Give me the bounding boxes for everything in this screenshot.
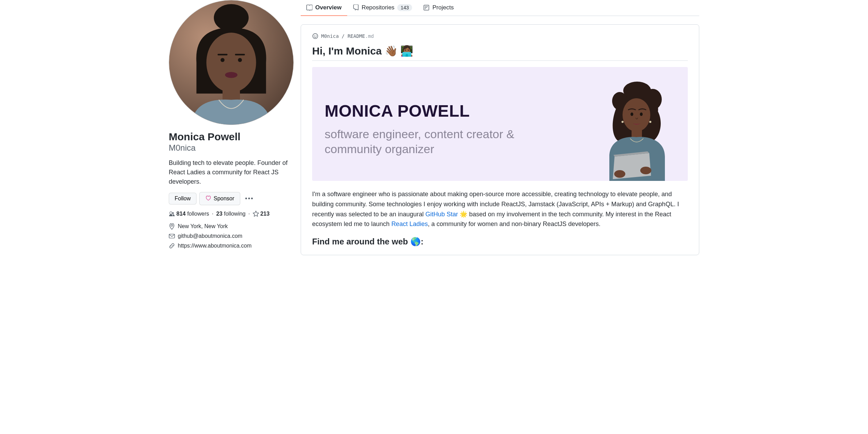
svg-point-23: [621, 121, 624, 123]
location: New York, New York: [169, 223, 290, 229]
tab-repositories[interactable]: Repositories 143: [347, 0, 418, 16]
svg-point-19: [623, 82, 651, 100]
sponsor-button-label: Sponsor: [214, 195, 234, 202]
location-icon: [169, 223, 175, 229]
main-content: Overview Repositories 143 Projects M0nic…: [295, 0, 705, 255]
follow-button-label: Follow: [175, 195, 191, 202]
sponsor-button[interactable]: Sponsor: [199, 192, 240, 205]
svg-point-22: [640, 112, 643, 116]
profile-sidebar: Monica Powell M0nica Building tech to el…: [163, 0, 295, 255]
repo-icon: [353, 5, 359, 11]
svg-point-20: [623, 98, 650, 132]
banner-tagline: software engineer, content creator & com…: [325, 127, 575, 156]
email[interactable]: github@aboutmonica.com: [169, 233, 290, 239]
svg-rect-25: [632, 129, 642, 137]
svg-point-16: [316, 35, 316, 36]
stars-link[interactable]: 213: [260, 211, 270, 217]
readme-heading: Hi, I'm Monica 👋🏾 👩🏾‍💻: [312, 45, 688, 61]
tab-projects-label: Projects: [432, 4, 453, 11]
more-actions-button[interactable]: •••: [243, 193, 256, 205]
location-text: New York, New York: [178, 223, 228, 229]
github-star-link[interactable]: GitHub Star: [425, 211, 458, 218]
svg-point-1: [214, 4, 249, 32]
tab-repositories-label: Repositories: [362, 4, 395, 11]
book-icon: [306, 5, 312, 11]
svg-point-5: [238, 58, 242, 62]
readme-path[interactable]: M0nica / README.md: [312, 33, 688, 39]
profile-readme: M0nica / README.md Hi, I'm Monica 👋🏾 👩🏾‍…: [301, 24, 699, 255]
profile-bio: Building tech to elevate people. Founder…: [169, 158, 290, 186]
follow-button[interactable]: Follow: [169, 193, 197, 205]
profile-tabs: Overview Repositories 143 Projects: [301, 0, 699, 16]
tab-overview[interactable]: Overview: [301, 0, 347, 16]
smiley-icon: [312, 33, 318, 39]
svg-rect-6: [218, 54, 228, 56]
website-text: https://www.aboutmonica.com: [178, 243, 252, 249]
react-ladies-link[interactable]: React Ladies: [391, 220, 428, 227]
mail-icon: [169, 233, 175, 239]
link-icon: [169, 243, 175, 249]
people-icon: [169, 211, 175, 217]
followers-link[interactable]: 814 followers: [176, 211, 209, 217]
svg-rect-7: [235, 54, 245, 56]
svg-point-26: [614, 170, 625, 178]
star-icon: [253, 211, 259, 217]
svg-point-24: [649, 121, 651, 123]
project-icon: [423, 5, 429, 11]
svg-point-27: [640, 167, 651, 174]
following-link[interactable]: 23 following: [216, 211, 246, 217]
svg-point-15: [314, 35, 315, 36]
banner-illustration: [595, 77, 675, 181]
readme-paragraph: I'm a software engineer who is passionat…: [312, 189, 688, 229]
svg-point-4: [220, 58, 224, 62]
avatar[interactable]: [169, 0, 294, 125]
svg-point-2: [206, 33, 256, 92]
readme-subheading: Find me around the web 🌎:: [312, 237, 688, 247]
email-text: github@aboutmonica.com: [178, 233, 242, 239]
follow-stats: 814 followers · 23 following · 213: [169, 211, 290, 217]
readme-banner: MONICA POWELL software engineer, content…: [312, 67, 688, 181]
profile-name: Monica Powell: [169, 131, 290, 143]
website[interactable]: https://www.aboutmonica.com: [169, 243, 290, 249]
profile-username: M0nica: [169, 143, 290, 153]
tab-projects[interactable]: Projects: [418, 0, 459, 16]
svg-point-21: [631, 112, 633, 116]
heart-icon: [205, 195, 211, 202]
svg-point-14: [313, 34, 318, 39]
repo-count-badge: 143: [397, 4, 412, 11]
svg-point-8: [225, 72, 237, 78]
banner-name: MONICA POWELL: [325, 101, 575, 120]
tab-overview-label: Overview: [315, 4, 342, 11]
